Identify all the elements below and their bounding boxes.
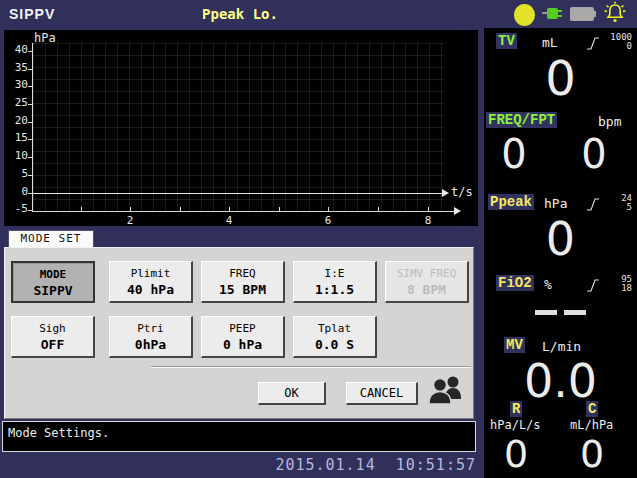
left-column: hPa 40 35 30 25 20 15 10 5 0 -5 2 4 6 8: [0, 28, 480, 478]
simv-freq-button: SIMV FREQ 8 BPM: [385, 261, 469, 303]
chart-x-axis: [32, 211, 456, 212]
monitor-panel: TV mL 1000 0 0 FREQ/FPT bpm 0 0 Ppeak hP…: [484, 28, 637, 478]
cancel-button[interactable]: CANCEL: [346, 382, 418, 405]
fio2-unit: %: [544, 277, 552, 292]
panel-divider: [151, 366, 471, 368]
battery-icon: [570, 6, 596, 25]
param-label: Tplat: [294, 322, 375, 335]
alarm-limits-icon: [586, 277, 600, 294]
peep-button[interactable]: PEEP 0 hPa: [201, 316, 285, 358]
y-tick-label: 40: [4, 43, 28, 57]
alarm-limits-icon: [586, 196, 600, 213]
y-tick-label: 0: [4, 185, 28, 199]
param-label: I:E: [294, 267, 375, 280]
x-tick-label: 8: [420, 214, 436, 227]
param-label: Plimit: [110, 267, 191, 280]
pressure-waveform-chart: hPa 40 35 30 25 20 15 10 5 0 -5 2 4 6 8: [4, 30, 478, 226]
param-value: 0 hPa: [202, 337, 283, 352]
status-message: Mode Settings.: [2, 421, 476, 452]
r-label: R: [510, 401, 522, 417]
patient-group-icon[interactable]: [426, 374, 466, 406]
status-icons: [514, 3, 627, 27]
title-bar: SIPPV Ppeak Lo.: [0, 0, 637, 28]
tv-value: 0: [484, 52, 637, 104]
param-label: MODE: [13, 268, 93, 281]
param-value: OFF: [12, 337, 93, 352]
param-label: PEEP: [202, 322, 283, 335]
ppeak-limit-low: 5: [627, 202, 632, 212]
freq-button[interactable]: FREQ 15 BPM: [201, 261, 285, 303]
mv-label: MV: [504, 337, 525, 353]
x-tick-label: 4: [221, 214, 237, 227]
y-tick-label: 10: [4, 149, 28, 163]
fio2-limit-low: 18: [621, 283, 632, 293]
y-tick-label: -5: [4, 202, 28, 216]
zero-line-arrow: [442, 189, 449, 197]
sigh-button[interactable]: Sigh OFF: [11, 316, 95, 358]
tplat-button[interactable]: Tplat 0.0 S: [293, 316, 377, 358]
param-label: Ptri: [110, 322, 191, 335]
param-label: SIMV FREQ: [386, 267, 467, 280]
tv-limit-low: 0: [627, 41, 632, 51]
freq-fpt-label: FREQ/FPT: [486, 112, 557, 128]
mv-value: 0.0: [484, 356, 637, 406]
y-tick-label: 35: [4, 61, 28, 75]
tv-unit: mL: [542, 35, 558, 50]
tab-mode-set[interactable]: MODE SET: [8, 230, 94, 247]
param-value: 40 hPa: [110, 282, 191, 297]
ptri-button[interactable]: Ptri 0hPa: [109, 316, 193, 358]
x-axis-arrow: [454, 207, 461, 215]
x-tick-label: 2: [122, 214, 138, 227]
alarm-message: Ppeak Lo.: [0, 6, 480, 22]
ventilator-screen: SIPPV Ppeak Lo.: [0, 0, 637, 478]
mode-button[interactable]: MODE SIPPV: [11, 261, 95, 303]
r-unit: hPa/L/s: [490, 418, 541, 432]
ppeak-unit: hPa: [544, 196, 567, 211]
chart-grid: [33, 43, 444, 211]
datetime-display: 2015.01.14 10:51:57: [275, 456, 476, 474]
y-axis-unit: hPa: [34, 31, 56, 45]
param-value: 0hPa: [110, 337, 191, 352]
param-value: SIPPV: [13, 283, 93, 298]
freq-fpt-unit: bpm: [598, 114, 621, 129]
c-unit: mL/hPa: [570, 418, 613, 432]
ok-button[interactable]: OK: [258, 382, 326, 405]
mv-unit: L/min: [542, 339, 581, 354]
x-axis-unit: t/s: [451, 185, 473, 199]
fio2-blank-dash: [535, 310, 557, 315]
status-light-icon: [514, 4, 535, 26]
y-tick-label: 30: [4, 78, 28, 92]
ie-ratio-button[interactable]: I:E 1:1.5: [293, 261, 377, 303]
y-tick-label: 25: [4, 96, 28, 110]
chart-zero-line: [32, 193, 444, 194]
y-tick-label: 15: [4, 131, 28, 145]
ac-power-plug-icon: [542, 5, 563, 26]
tv-label: TV: [496, 33, 517, 49]
r-value: 0: [486, 433, 546, 475]
mode-set-panel: MODE SIPPV Plimit 40 hPa FREQ 15 BPM I:E…: [4, 247, 474, 419]
x-tick-label: 6: [320, 214, 336, 227]
plimit-button[interactable]: Plimit 40 hPa: [109, 261, 193, 303]
y-tick-label: 20: [4, 114, 28, 128]
c-value: 0: [562, 433, 622, 475]
alarm-bell-icon[interactable]: [603, 1, 627, 29]
param-label: FREQ: [202, 267, 283, 280]
param-value: 8 BPM: [386, 282, 467, 297]
fpt-value: 0: [564, 132, 624, 176]
ppeak-label: Ppeak: [488, 194, 534, 210]
param-value: 0.0 S: [294, 337, 375, 352]
y-tick-label: 5: [4, 167, 28, 181]
fio2-label: FiO2: [496, 275, 534, 291]
fio2-blank-dash: [564, 310, 586, 315]
ppeak-row: Ppeak hPa 24 5: [484, 194, 637, 214]
c-label: C: [586, 401, 598, 417]
param-value: 15 BPM: [202, 282, 283, 297]
freq-value: 0: [484, 132, 544, 176]
chart-y-axis: [32, 43, 33, 212]
ppeak-value: 0: [484, 214, 637, 264]
param-value: 1:1.5: [294, 282, 375, 297]
param-label: Sigh: [12, 322, 93, 335]
alarm-limits-icon: [586, 35, 600, 52]
fio2-value: [484, 310, 637, 315]
freq-fpt-row: FREQ/FPT bpm: [484, 112, 637, 132]
